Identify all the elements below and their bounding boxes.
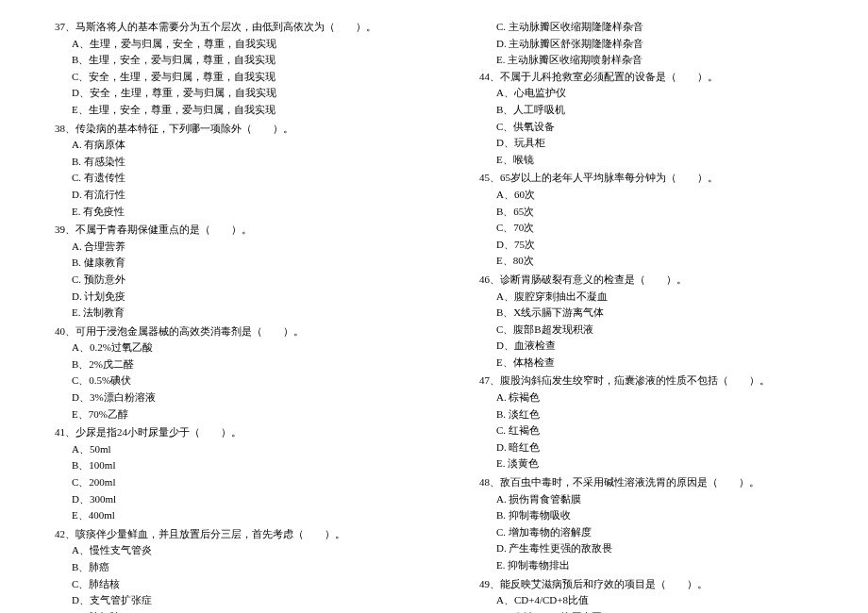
answer-option: A、50ml [38,441,406,458]
answer-option: E. 淡黄色 [462,456,830,472]
answer-option: B、肺癌 [38,559,406,576]
question-text: 47、腹股沟斜疝发生绞窄时，疝囊渗液的性质不包括（ ）。 [462,373,830,389]
answer-option: C、安全，生理，爱与归属，尊重，自我实现 [38,69,406,86]
answer-option: E、肺气肿 [38,609,406,613]
answer-option: B、血清P24，抗原水平 [462,609,830,613]
answer-option: D. 计划免疫 [38,289,406,306]
answer-option: E、400ml [38,507,406,524]
answer-option: A、生理，爱与归属，安全，尊重，自我实现 [38,36,406,53]
answer-option: D. 产生毒性更强的敌敌畏 [462,540,830,557]
answer-option: D、3%漂白粉溶液 [38,389,406,406]
answer-option: E、喉镜 [462,152,830,169]
answer-option: D. 有流行性 [38,187,406,204]
question-block: 39、不属于青春期保健重点的是（ ）。A. 合理营养B. 健康教育C. 预防意外… [38,222,406,322]
question-block: 42、咳痰伴少量鲜血，并且放置后分三层，首先考虑（ ）。A、慢性支气管炎B、肺癌… [38,526,406,613]
answer-option: E. 主动脉瓣区收缩期喷射样杂音 [462,52,830,69]
answer-option: B、100ml [38,457,406,474]
question-text: 48、敌百虫中毒时，不采用碱性溶液洗胃的原因是（ ）。 [462,474,830,491]
question-text: 41、少尿是指24小时尿量少于（ ）。 [38,424,406,441]
answer-option: C. 有遗传性 [38,170,406,187]
answer-option: A、0.2%过氧乙酸 [38,340,406,356]
question-text: 40、可用于浸泡金属器械的高效类消毒剂是（ ）。 [38,323,406,340]
answer-option: C、200ml [38,474,406,491]
answer-option: C. 红褐色 [462,422,830,439]
answer-option: A、CD+4/CD+8比值 [462,592,830,609]
answer-option: A. 棕褐色 [462,389,830,406]
answer-option: B. 有感染性 [38,154,406,171]
answer-option: B. 抑制毒物吸收 [462,507,830,524]
answer-option: B、65次 [462,204,830,221]
question-text: 38、传染病的基本特征，下列哪一项除外（ ）。 [38,121,406,138]
answer-option: C、70次 [462,220,830,237]
answer-option: E. 有免疫性 [38,204,406,221]
answer-option: E、生理，安全，尊重，爱与归属，自我实现 [38,102,406,119]
question-text: 39、不属于青春期保健重点的是（ ）。 [38,222,406,239]
answer-option: D、血液检查 [462,338,830,355]
question-block: 49、能反映艾滋病预后和疗效的项目是（ ）。A、CD+4/CD+8比值B、血清P… [462,576,830,613]
answer-option: D. 暗红色 [462,439,830,456]
question-block: 37、马斯洛将人的基本需要分为五个层次，由低到高依次为（ ）。A、生理，爱与归属… [38,19,406,119]
answer-option: D、玩具柜 [462,135,830,152]
question-block: 40、可用于浸泡金属器械的高效类消毒剂是（ ）。A、0.2%过氧乙酸B、2%戊二… [38,323,406,423]
question-block: 48、敌百虫中毒时，不采用碱性溶液洗胃的原因是（ ）。A. 损伤胃食管黏膜B. … [462,474,830,574]
answer-option: E. 法制教育 [38,305,406,322]
answer-option: A、慢性支气管炎 [38,542,406,559]
answer-option: B、生理，安全，爱与归属，尊重，自我实现 [38,52,406,69]
answer-option: D、300ml [38,491,406,508]
answer-option: E. 抑制毒物排出 [462,557,830,574]
answer-option: E、80次 [462,253,830,270]
answer-option: A. 合理营养 [38,239,406,256]
question-text: 45、65岁以上的老年人平均脉率每分钟为（ ）。 [462,170,830,187]
question-block: 47、腹股沟斜疝发生绞窄时，疝囊渗液的性质不包括（ ）。A. 棕褐色B. 淡红色… [462,373,830,472]
question-block: 44、不属于儿科抢救室必须配置的设备是（ ）。A、心电监护仪B、人工呼吸机C、供… [462,69,830,169]
answer-option: B、人工呼吸机 [462,102,830,119]
question-text: 49、能反映艾滋病预后和疗效的项目是（ ）。 [462,576,830,593]
answer-option: D、75次 [462,237,830,254]
answer-option: D、支气管扩张症 [38,592,406,609]
question-text: 46、诊断胃肠破裂有意义的检查是（ ）。 [462,272,830,289]
question-block: 45、65岁以上的老年人平均脉率每分钟为（ ）。A、60次B、65次C、70次D… [462,170,830,270]
answer-option: C. 预防意外 [38,272,406,289]
answer-option: D. 主动脉瓣区舒张期隆隆样杂音 [462,36,830,53]
answer-option: B、2%戊二醛 [38,356,406,373]
answer-option: C、肺结核 [38,576,406,593]
answer-option: C、0.5%碘伏 [38,373,406,389]
answer-option: A. 有病原体 [38,137,406,154]
answer-option: B. 淡红色 [462,406,830,423]
answer-option: B、X线示膈下游离气体 [462,305,830,322]
answer-option: A、心电监护仪 [462,85,830,102]
question-text: 37、马斯洛将人的基本需要分为五个层次，由低到高依次为（ ）。 [38,19,406,36]
question-text: 44、不属于儿科抢救室必须配置的设备是（ ）。 [462,69,830,86]
answer-option: A、60次 [462,187,830,204]
answer-option: C、供氧设备 [462,119,830,136]
answer-option: B. 健康教育 [38,255,406,272]
question-block: 41、少尿是指24小时尿量少于（ ）。A、50mlB、100mlC、200mlD… [38,424,406,524]
answer-option: C、腹部B超发现积液 [462,322,830,339]
question-text: 42、咳痰伴少量鲜血，并且放置后分三层，首先考虑（ ）。 [38,526,406,543]
answer-option: E、体格检查 [462,355,830,372]
answer-option: E、70%乙醇 [38,406,406,423]
answer-option: C. 增加毒物的溶解度 [462,524,830,541]
answer-option: A、腹腔穿刺抽出不凝血 [462,289,830,306]
answer-option: D、安全，生理，尊重，爱与归属，自我实现 [38,85,406,102]
question-block: 46、诊断胃肠破裂有意义的检查是（ ）。A、腹腔穿刺抽出不凝血B、X线示膈下游离… [462,272,830,372]
answer-option: A. 损伤胃食管黏膜 [462,491,830,508]
question-block: 38、传染病的基本特征，下列哪一项除外（ ）。A. 有病原体B. 有感染性C. … [38,121,406,221]
answer-option: C. 主动脉瓣区收缩期隆隆样杂音 [462,19,830,36]
